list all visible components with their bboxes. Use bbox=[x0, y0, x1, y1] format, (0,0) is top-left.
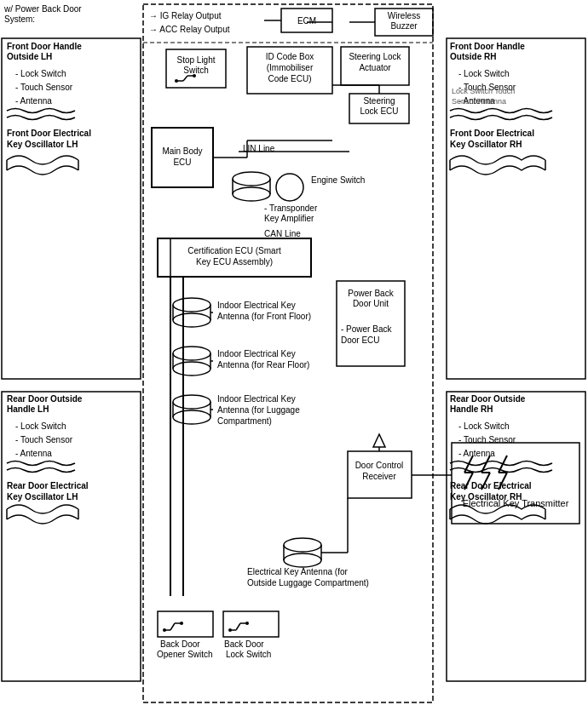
svg-rect-97 bbox=[158, 611, 213, 637]
svg-rect-105 bbox=[223, 611, 279, 637]
svg-text:- Lock Switch: - Lock Switch bbox=[458, 421, 509, 431]
svg-text:Rear Door Electrical: Rear Door Electrical bbox=[7, 481, 89, 490]
svg-text:- Antenna: - Antenna bbox=[15, 96, 52, 106]
svg-text:Indoor Electrical Key: Indoor Electrical Key bbox=[217, 301, 296, 310]
svg-text:- Touch Sensor: - Touch Sensor bbox=[15, 83, 73, 92]
svg-text:Door Unit: Door Unit bbox=[353, 299, 389, 308]
svg-line-99 bbox=[170, 623, 175, 630]
svg-point-89 bbox=[284, 538, 321, 552]
svg-point-51 bbox=[173, 298, 210, 312]
svg-text:CAN Line: CAN Line bbox=[264, 229, 301, 238]
svg-point-109 bbox=[228, 628, 232, 632]
svg-text:- Lock Switch: - Lock Switch bbox=[15, 421, 66, 431]
svg-text:Antenna (for Front Floor): Antenna (for Front Floor) bbox=[217, 312, 311, 321]
svg-point-92 bbox=[284, 553, 321, 567]
svg-text:- Lock Switch: - Lock Switch bbox=[458, 69, 509, 78]
svg-text:Antenna (for Rear Floor): Antenna (for Rear Floor) bbox=[217, 360, 309, 370]
svg-text:(Immobiliser: (Immobiliser bbox=[267, 63, 314, 72]
svg-text:Opener Switch: Opener Switch bbox=[157, 650, 213, 659]
svg-text:- Power Back: - Power Back bbox=[341, 324, 392, 334]
svg-point-60 bbox=[173, 362, 210, 375]
svg-text:Key ECU Assembly): Key ECU Assembly) bbox=[196, 257, 273, 267]
svg-text:Back Door: Back Door bbox=[224, 639, 264, 649]
svg-text:Front Door Handle: Front Door Handle bbox=[7, 42, 82, 51]
svg-text:Door ECU: Door ECU bbox=[341, 335, 380, 345]
svg-text:Antenna (for Luggage: Antenna (for Luggage bbox=[217, 405, 300, 415]
svg-text:→ IG Relay Output: → IG Relay Output bbox=[149, 11, 222, 20]
svg-point-39 bbox=[276, 174, 303, 201]
svg-text:Handle RH: Handle RH bbox=[450, 404, 493, 414]
svg-text:Door Control: Door Control bbox=[355, 461, 404, 470]
svg-marker-95 bbox=[373, 434, 385, 447]
svg-text:Compartment): Compartment) bbox=[217, 416, 272, 426]
svg-text:Outside Luggage Compartment): Outside Luggage Compartment) bbox=[247, 578, 369, 588]
svg-text:Rear Door Outside: Rear Door Outside bbox=[450, 394, 526, 404]
svg-text:Stop Light: Stop Light bbox=[176, 55, 215, 65]
svg-point-110 bbox=[245, 622, 249, 625]
svg-text:Lock ECU: Lock ECU bbox=[360, 106, 398, 116]
svg-text:Key Oscillator RH: Key Oscillator RH bbox=[450, 140, 522, 149]
svg-text:Handle LH: Handle LH bbox=[7, 404, 49, 414]
svg-text:Certification ECU (Smart: Certification ECU (Smart bbox=[187, 246, 281, 255]
svg-text:Key Oscillator LH: Key Oscillator LH bbox=[7, 140, 78, 149]
svg-point-54 bbox=[173, 313, 210, 327]
svg-point-22 bbox=[193, 74, 196, 77]
svg-text:Main Body: Main Body bbox=[162, 146, 202, 156]
svg-point-21 bbox=[175, 79, 178, 83]
svg-text:- Touch Sensor: - Touch Sensor bbox=[15, 435, 73, 444]
svg-text:ECU: ECU bbox=[173, 158, 191, 167]
svg-text:Key Oscillator RH: Key Oscillator RH bbox=[450, 492, 522, 502]
svg-text:ECM: ECM bbox=[297, 16, 316, 26]
svg-text:System:: System: bbox=[4, 14, 35, 24]
svg-point-46 bbox=[233, 187, 270, 201]
svg-text:Outside LH: Outside LH bbox=[7, 52, 52, 61]
svg-text:Front Door Electrical: Front Door Electrical bbox=[7, 129, 91, 138]
diagram: w/ Power Back Door System: ECM Wireless … bbox=[0, 0, 588, 728]
svg-text:Front Door Electrical: Front Door Electrical bbox=[450, 129, 534, 138]
svg-line-19 bbox=[183, 76, 187, 81]
svg-point-43 bbox=[233, 172, 270, 186]
svg-text:Actuator: Actuator bbox=[359, 63, 391, 72]
svg-point-66 bbox=[173, 410, 210, 424]
svg-text:Wireless: Wireless bbox=[388, 11, 420, 20]
svg-text:Indoor Electrical Key: Indoor Electrical Key bbox=[217, 349, 296, 358]
svg-point-63 bbox=[173, 395, 210, 409]
svg-point-101 bbox=[163, 628, 166, 632]
svg-text:ID Code Box: ID Code Box bbox=[266, 52, 314, 61]
svg-text:Switch: Switch bbox=[183, 66, 208, 75]
svg-text:Receiver: Receiver bbox=[362, 472, 396, 481]
svg-point-102 bbox=[180, 622, 183, 625]
svg-text:Steering Lock: Steering Lock bbox=[349, 52, 401, 61]
svg-text:- Antenna: - Antenna bbox=[458, 449, 495, 458]
svg-text:→ ACC Relay Output: → ACC Relay Output bbox=[149, 25, 230, 34]
svg-text:Lock Switch: Lock Switch bbox=[226, 650, 271, 659]
svg-text:Back Door: Back Door bbox=[160, 639, 200, 649]
svg-text:- Lock Switch: - Lock Switch bbox=[15, 69, 66, 78]
svg-text:Rear Door Electrical: Rear Door Electrical bbox=[450, 481, 532, 490]
svg-text:- Transponder: - Transponder bbox=[264, 203, 318, 213]
svg-text:Power Back: Power Back bbox=[348, 289, 394, 298]
svg-text:Sensor Antenna: Sensor Antenna bbox=[452, 97, 506, 106]
svg-text:Code ECU): Code ECU) bbox=[268, 74, 311, 83]
svg-text:Key Oscillator LH: Key Oscillator LH bbox=[7, 492, 78, 502]
svg-text:Buzzer: Buzzer bbox=[390, 21, 418, 31]
svg-text:w/ Power Back Door: w/ Power Back Door bbox=[3, 4, 82, 14]
svg-text:Engine Switch: Engine Switch bbox=[311, 175, 365, 185]
svg-text:Electrical Key Antenna (for: Electrical Key Antenna (for bbox=[247, 567, 349, 576]
svg-text:- Antenna: - Antenna bbox=[15, 449, 52, 458]
svg-point-57 bbox=[173, 347, 210, 360]
svg-text:Rear Door Outside: Rear Door Outside bbox=[7, 394, 83, 404]
svg-line-107 bbox=[236, 623, 240, 630]
svg-text:Outside RH: Outside RH bbox=[450, 52, 496, 61]
svg-text:Front Door Handle: Front Door Handle bbox=[450, 42, 525, 51]
svg-text:- Touch Sensor: - Touch Sensor bbox=[458, 435, 516, 444]
svg-text:Key Amplifier: Key Amplifier bbox=[264, 214, 314, 223]
svg-text:Steering: Steering bbox=[363, 96, 395, 106]
svg-text:Indoor Electrical Key: Indoor Electrical Key bbox=[217, 394, 296, 404]
svg-text:Lock Switch Touch: Lock Switch Touch bbox=[452, 87, 515, 95]
